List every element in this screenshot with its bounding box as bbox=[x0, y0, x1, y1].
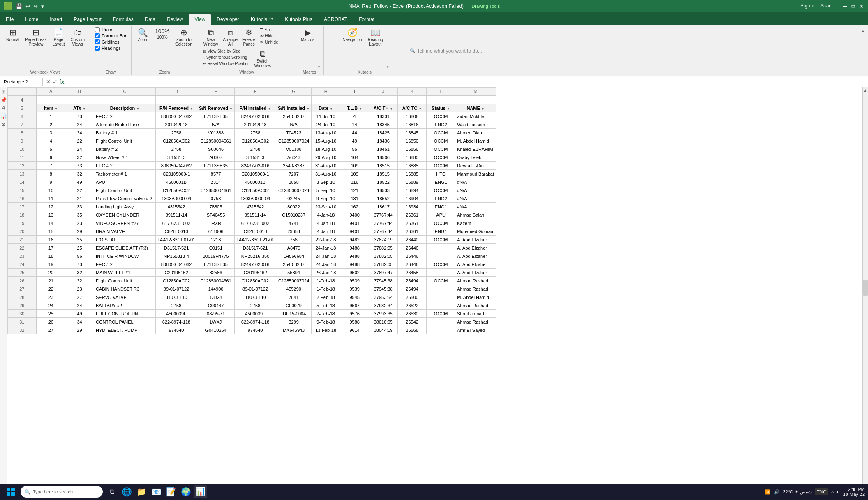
cell[interactable]: N/A bbox=[276, 120, 312, 129]
cell[interactable]: 9488 bbox=[340, 252, 369, 260]
cell[interactable]: M. Abdel Hamid bbox=[455, 137, 496, 145]
cell[interactable]: 1 bbox=[37, 112, 65, 120]
header-cell-P-N-Removed[interactable]: P/N Removed ▼ bbox=[156, 104, 197, 112]
cell[interactable]: OCCM bbox=[427, 310, 455, 318]
cell[interactable]: C20105000-1 bbox=[156, 170, 197, 178]
gridlines-checkbox[interactable]: Gridlines bbox=[95, 39, 127, 44]
cell[interactable]: 22 bbox=[65, 137, 94, 145]
cell[interactable]: 37882:05 bbox=[369, 244, 398, 252]
filter-dropdown-icon[interactable]: ▼ bbox=[268, 107, 271, 111]
cell[interactable]: 24 bbox=[65, 301, 94, 310]
cell[interactable]: 32 bbox=[65, 269, 94, 277]
cell[interactable]: 13-Feb-18 bbox=[312, 326, 340, 334]
collapse-ribbon-icon[interactable]: ▲ bbox=[861, 28, 866, 34]
zoom-100-button[interactable]: 100% 100% bbox=[153, 27, 172, 41]
cell[interactable]: 18552 bbox=[369, 194, 398, 203]
tell-me-text[interactable]: Tell me what you want to do... bbox=[417, 48, 482, 54]
cell[interactable]: C20195162 bbox=[235, 269, 276, 277]
cell[interactable]: 23 bbox=[65, 285, 94, 293]
cell[interactable]: 29653 bbox=[276, 227, 312, 236]
macros-button[interactable]: ▶ Macros bbox=[299, 27, 316, 43]
cell[interactable]: 26446 bbox=[398, 260, 427, 269]
cell[interactable]: 29 bbox=[65, 326, 94, 334]
cell[interactable]: #N/A bbox=[455, 178, 496, 186]
cell[interactable]: 617-6231-002 bbox=[156, 219, 197, 227]
edge-button[interactable]: 🌐 bbox=[120, 485, 133, 498]
cell[interactable]: 9401 bbox=[340, 219, 369, 227]
cell[interactable]: 622-8974-118 bbox=[156, 318, 197, 326]
cell[interactable]: L7113SB35 bbox=[197, 112, 235, 120]
ribbon-tab-review[interactable]: Review bbox=[161, 14, 189, 25]
cell[interactable]: 18425 bbox=[369, 129, 398, 137]
cell[interactable]: 16889 bbox=[398, 178, 427, 186]
cell[interactable]: V01388 bbox=[276, 145, 312, 153]
cell[interactable]: Flight Control Unit bbox=[94, 277, 156, 285]
cell[interactable]: 891511-14 bbox=[235, 211, 276, 219]
cell[interactable]: 13-Aug-10 bbox=[312, 129, 340, 137]
cell[interactable] bbox=[427, 285, 455, 293]
cell[interactable] bbox=[427, 252, 455, 260]
cell[interactable]: 9482 bbox=[340, 236, 369, 244]
cell[interactable]: 14 bbox=[340, 120, 369, 129]
cell[interactable]: 22 bbox=[65, 186, 94, 194]
cell[interactable]: 2540-3287 bbox=[276, 112, 312, 120]
cell[interactable]: APU bbox=[94, 178, 156, 186]
word-button[interactable]: 📝 bbox=[164, 485, 178, 498]
cell[interactable]: A. Abd Elzaher bbox=[455, 269, 496, 277]
cell[interactable]: 32586 bbox=[197, 269, 235, 277]
cell[interactable]: 4-Jan-18 bbox=[312, 227, 340, 236]
cell[interactable] bbox=[197, 96, 235, 104]
cell[interactable] bbox=[340, 96, 369, 104]
cell[interactable]: 808050-04-062 bbox=[156, 260, 197, 269]
cell[interactable]: 26361 bbox=[398, 219, 427, 227]
cell[interactable]: 7-Feb-18 bbox=[312, 310, 340, 318]
cell[interactable]: #N/A bbox=[455, 203, 496, 211]
cell[interactable]: EEC # 2 bbox=[94, 260, 156, 269]
header-cell-T-L-B[interactable]: T.L.B ▼ bbox=[340, 104, 369, 112]
cell[interactable]: 3 bbox=[37, 129, 65, 137]
cell[interactable]: 18522 bbox=[369, 178, 398, 186]
cell[interactable]: 18515 bbox=[369, 170, 398, 178]
cell[interactable]: 33 bbox=[65, 203, 94, 211]
cell[interactable]: 5-Sep-10 bbox=[312, 186, 340, 194]
cell[interactable]: 24-Jan-18 bbox=[312, 260, 340, 269]
cell[interactable]: A. Abd Elzaher bbox=[455, 236, 496, 244]
cell[interactable]: 24 bbox=[65, 129, 94, 137]
cell[interactable]: 756 bbox=[276, 236, 312, 244]
cell[interactable]: 44 bbox=[340, 129, 369, 137]
cell[interactable]: 12 bbox=[37, 203, 65, 211]
page-layout-button[interactable]: 📄 PageLayout bbox=[51, 27, 67, 48]
col-header-E[interactable]: E bbox=[197, 88, 235, 96]
start-button[interactable] bbox=[3, 484, 18, 499]
col-header-A[interactable]: A bbox=[37, 88, 65, 96]
cell[interactable]: 1-Feb-18 bbox=[312, 277, 340, 285]
cell[interactable]: OCCM bbox=[427, 129, 455, 137]
cell[interactable]: L7113SB35 bbox=[197, 162, 235, 170]
cell[interactable]: Flight Control Unit bbox=[94, 137, 156, 145]
cell[interactable]: 2758 bbox=[235, 145, 276, 153]
cell[interactable]: 37882:05 bbox=[369, 252, 398, 260]
scroll-thumb[interactable] bbox=[863, 280, 868, 296]
cell[interactable]: L7113SB35 bbox=[197, 260, 235, 269]
cell[interactable]: N/A bbox=[197, 120, 235, 129]
cell[interactable]: 25 bbox=[65, 244, 94, 252]
cell[interactable]: 18515 bbox=[369, 162, 398, 170]
cell[interactable]: Mohamed Gomaa bbox=[455, 227, 496, 236]
cell[interactable]: 2540-3287 bbox=[276, 260, 312, 269]
header-cell-S-N-Installed[interactable]: S/N Installed ▼ bbox=[276, 104, 312, 112]
side-icon-4[interactable]: 📊 bbox=[0, 113, 7, 120]
ruler-check[interactable] bbox=[95, 27, 100, 32]
ribbon-tab-developer[interactable]: Developer bbox=[211, 14, 245, 25]
cell[interactable]: Flight Control Unit bbox=[94, 186, 156, 194]
cell[interactable]: 37767:44 bbox=[369, 219, 398, 227]
cell[interactable]: 23 bbox=[65, 219, 94, 227]
cell[interactable]: 109 bbox=[340, 162, 369, 170]
cell[interactable]: 82497-02-016 bbox=[235, 162, 276, 170]
filter-dropdown-icon[interactable]: ▼ bbox=[190, 107, 193, 111]
cell[interactable]: 15 bbox=[37, 227, 65, 236]
cell[interactable]: 49 bbox=[65, 310, 94, 318]
cell[interactable]: 9488 bbox=[340, 260, 369, 269]
cell[interactable]: 9 bbox=[37, 178, 65, 186]
cell[interactable]: Zidan Mokhtar bbox=[455, 112, 496, 120]
cell[interactable]: 4-Jan-18 bbox=[312, 211, 340, 219]
